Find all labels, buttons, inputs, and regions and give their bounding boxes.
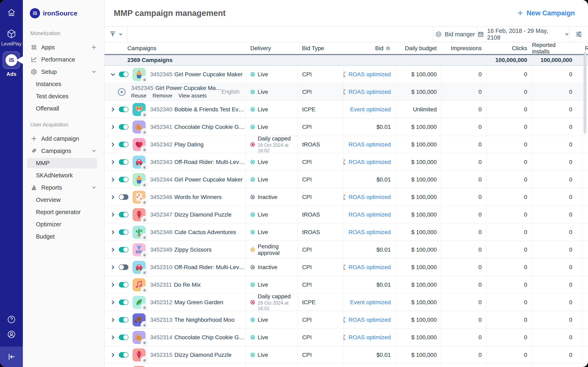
campaign-toggle[interactable] [119, 229, 129, 235]
action-view-assets[interactable]: View assets [178, 92, 207, 99]
chevron-right-icon[interactable] [110, 142, 116, 147]
date-range-picker[interactable]: 16 Feb, 2018 - 29 May, 2108 [477, 26, 570, 42]
table-row[interactable]: 3452347Dizzy Diamond PuzzleLivetROASROAS… [104, 206, 588, 224]
table-row[interactable]: 3452311Do Re MixLiveCPI$0.01$ 100,000000 [104, 276, 588, 294]
campaign-toggle[interactable] [119, 334, 129, 340]
chevron-right-icon[interactable] [110, 212, 116, 217]
table-row[interactable]: 3452315Dizzy Diamond PuzzleLiveCPI$0.01$… [104, 346, 588, 364]
bid-value[interactable]: ROAS optimized [348, 141, 391, 148]
chevron-right-icon[interactable] [110, 230, 116, 235]
table-row[interactable]: 3452313The Neighborhood MooLiveCPIROAS o… [104, 311, 588, 329]
plus-icon[interactable] [91, 44, 97, 50]
sidebar-item-reports[interactable]: Reports [23, 182, 104, 193]
col-daily-budget[interactable]: Daily budget [395, 42, 441, 54]
sidebar-item-skadnetwork[interactable]: SKAdNetwork [23, 170, 104, 181]
bid-value[interactable]: Event optimized [350, 106, 391, 113]
chevron-right-icon[interactable] [110, 352, 116, 358]
bid-value[interactable]: ROAS optimized [348, 159, 391, 165]
new-campaign-button[interactable]: New Campaign [517, 9, 575, 17]
bid-value[interactable]: ROAS optimized [348, 211, 391, 218]
sidebar-item-campaigns[interactable]: Campaigns [23, 146, 104, 156]
chevron-right-icon[interactable] [110, 247, 116, 252]
table-row[interactable]: 3452314Chocolate Chip Cookie GameLiveCPI… [104, 329, 588, 346]
campaign-toggle[interactable] [119, 159, 129, 165]
sidebar-item-overview[interactable]: Overview [23, 194, 104, 205]
table-row[interactable]: 3452345Girl Power Cupcake MakerLiveCPIRO… [104, 66, 588, 83]
chevron-right-icon[interactable] [110, 107, 116, 112]
rail-item-help[interactable] [0, 315, 23, 324]
table-row[interactable]: 3452342Play DatingDaily capped29 Oct 202… [104, 136, 588, 153]
campaign-toggle[interactable] [119, 107, 129, 112]
col-delivery[interactable]: Delivery [245, 42, 297, 54]
campaign-toggle[interactable] [119, 194, 129, 200]
action-reuse[interactable]: Reuse [131, 92, 146, 99]
bid-value[interactable]: ROAS optimized [348, 264, 391, 271]
chevron-right-icon[interactable] [110, 124, 116, 130]
sidebar-item-setup[interactable]: Setup [23, 67, 104, 77]
campaign-toggle[interactable] [119, 212, 129, 217]
rail-item-ads[interactable]: iS Ads [0, 51, 23, 77]
bid-value[interactable]: Event optimized [350, 299, 391, 306]
chevron-right-icon[interactable] [110, 282, 116, 287]
rail-item-account[interactable] [0, 330, 23, 339]
sidebar-item-add-campaign[interactable]: Add campaign [23, 133, 104, 144]
sidebar-item-mmp[interactable]: MMP [23, 158, 104, 168]
bid-value[interactable]: ROAS optimized [348, 194, 391, 200]
chevron-right-icon[interactable] [110, 177, 116, 182]
campaign-toggle[interactable] [119, 72, 129, 77]
rail-item-home[interactable] [0, 8, 23, 17]
sidebar-item-apps[interactable]: Apps [23, 42, 104, 53]
campaign-toggle[interactable] [119, 124, 129, 130]
bid-value[interactable]: ROAS optimized [348, 317, 391, 323]
rail-collapse-button[interactable] [0, 347, 23, 367]
filter-button[interactable] [104, 26, 128, 42]
chevron-right-icon[interactable] [110, 265, 116, 270]
play-icon[interactable] [117, 87, 126, 96]
campaign-toggle[interactable] [119, 177, 129, 182]
rail-item-levelplay[interactable]: LevelPlay [0, 29, 23, 47]
bid-manager-button[interactable]: Bid manger [433, 26, 477, 42]
table-row[interactable]: 3452341Chocolate Chip Cookie GameLiveCPI… [104, 118, 588, 136]
chevron-right-icon[interactable] [110, 335, 116, 340]
col-clicks[interactable]: Clicks [486, 42, 532, 54]
campaign-toggle[interactable] [119, 264, 129, 270]
campaign-toggle[interactable] [119, 282, 129, 287]
chevron-down-icon[interactable] [110, 72, 116, 77]
col-bid-type[interactable]: Bid Type [297, 42, 343, 54]
bid-value[interactable]: ROAS optimized [348, 89, 391, 95]
chevron-right-icon[interactable] [110, 159, 116, 165]
col-impressions[interactable]: Impressions [441, 42, 486, 54]
table-row[interactable]: 3452340Bobbie & Friends Test Event c…Liv… [104, 101, 588, 118]
creative-row[interactable]: 3452345Girl Power Cupcake Ma…ReuseRemove… [104, 83, 588, 101]
table-row[interactable] [104, 364, 588, 367]
sidebar-item-performance[interactable]: Performance [23, 54, 104, 65]
vertical-scrollbar[interactable] [584, 52, 586, 133]
bid-value[interactable]: ROAS optimized [348, 229, 391, 235]
sidebar-item-optimizer[interactable]: Optimizer [23, 219, 104, 230]
campaign-toggle[interactable] [119, 142, 129, 147]
table-row[interactable]: 3452346Words for WinnersInactiveCPIROAS … [104, 188, 588, 206]
bid-value[interactable]: ROAS optimized [348, 334, 391, 341]
sidebar-item-instances[interactable]: Instances [23, 79, 104, 89]
filter-input-area[interactable] [128, 26, 433, 42]
chevron-right-icon[interactable] [110, 194, 116, 200]
sidebar-item-budget[interactable]: Budget [23, 231, 104, 242]
col-bid[interactable]: Bid [343, 42, 395, 54]
table-row[interactable]: 3452312May Green GardenDaily capped29 Oc… [104, 294, 588, 311]
table-row[interactable]: 3452310Off-Road Rider: Multi-Level Dr…In… [104, 259, 588, 276]
column-settings-button[interactable] [570, 26, 588, 42]
table-row[interactable]: 3452349Zippy ScissorsPending approvalCPI… [104, 241, 588, 259]
table-row[interactable]: 3452343Off-Road Rider: Multi-Level Dr…Li… [104, 153, 588, 171]
chevron-right-icon[interactable] [110, 317, 116, 323]
col-campaigns[interactable]: Campaigns [104, 42, 245, 54]
campaign-toggle[interactable] [119, 317, 129, 323]
table-row[interactable]: 3452344Girl Power Cupcake MakerLiveCPI$0… [104, 171, 588, 188]
campaign-toggle[interactable] [119, 247, 129, 252]
table-row[interactable]: 3452348Cute Cactus AdventuresLivetROASRO… [104, 224, 588, 241]
campaign-toggle[interactable] [119, 352, 129, 358]
col-reported-installs[interactable]: Reported installs [532, 42, 582, 54]
sidebar-item-report-generator[interactable]: Report generator [23, 207, 104, 217]
sidebar-item-offerwall[interactable]: Offerwall [23, 103, 104, 114]
chevron-right-icon[interactable] [110, 300, 116, 305]
sidebar-item-test-devices[interactable]: Test devices [23, 91, 104, 101]
